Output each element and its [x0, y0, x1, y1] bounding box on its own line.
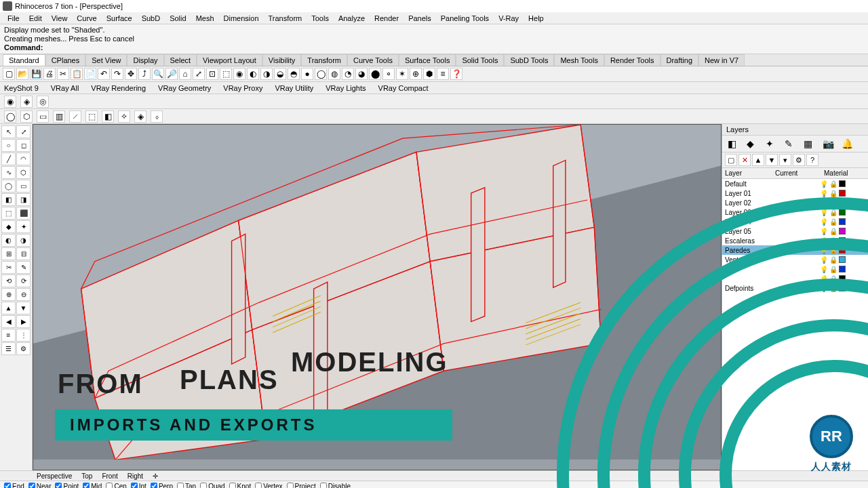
tool-25[interactable]: ⊖	[16, 288, 31, 301]
command-area[interactable]: Display mode set to "Shaded". Creating m…	[0, 24, 868, 54]
toolbar-btn-17[interactable]: ◉	[233, 68, 245, 80]
toolbar-btn-33[interactable]: ❓	[450, 68, 462, 80]
tool-24[interactable]: ⊕	[1, 288, 16, 301]
tool-1[interactable]: ⤢	[16, 125, 31, 138]
layer-row-Ventanas[interactable]: Ventanas💡🔒	[722, 255, 868, 264]
col-current[interactable]: Current	[772, 168, 821, 178]
toolbar-btn-3[interactable]: 🖨	[43, 68, 56, 80]
menu-render[interactable]: Render	[371, 14, 402, 23]
tool-22[interactable]: ⟲	[1, 274, 16, 287]
layer-row-Defpoints[interactable]: Defpoints💡🔒	[722, 283, 868, 293]
display-btn-4[interactable]: ⟋	[69, 110, 81, 123]
tab-curve-tools[interactable]: Curve Tools	[347, 54, 399, 66]
toolbar-btn-23[interactable]: ◯	[315, 68, 327, 80]
tool-15[interactable]: ✦	[16, 220, 31, 233]
osnap-disable[interactable]: Disable	[320, 483, 351, 489]
display-btn-9[interactable]: ⬨	[151, 110, 163, 123]
display-btn-6[interactable]: ◧	[102, 110, 114, 123]
toolbar-btn-1[interactable]: 📂	[16, 68, 28, 80]
osnap-cen[interactable]: Cen	[106, 483, 126, 489]
toolbar-btn-28[interactable]: ⚬	[382, 68, 395, 80]
tab-drafting[interactable]: Drafting	[660, 54, 699, 66]
tool-9[interactable]: ▭	[16, 180, 31, 192]
tab-vray-all[interactable]: VRay All	[51, 84, 79, 92]
viewport-tab-top[interactable]: Top	[81, 472, 92, 480]
osnap-point[interactable]: Point	[55, 483, 79, 489]
display-btn-0[interactable]: ◯	[4, 110, 16, 123]
tool-11[interactable]: ◨	[16, 193, 31, 206]
toolbar-btn-32[interactable]: ≡	[437, 68, 449, 80]
move-up-button[interactable]: ▲	[752, 154, 764, 166]
tab-layers-icon[interactable]: ◧	[728, 138, 738, 149]
toolbar-btn-6[interactable]: 📄	[84, 68, 96, 80]
tab-cplanes[interactable]: CPlanes	[45, 54, 86, 66]
tool-23[interactable]: ⟳	[16, 274, 31, 287]
cmd-prompt[interactable]: Command:	[4, 43, 43, 52]
tab-mesh-tools[interactable]: Mesh Tools	[554, 54, 604, 66]
tab-vray-geometry[interactable]: VRay Geometry	[158, 84, 211, 92]
tab-keyshot-9[interactable]: KeyShot 9	[4, 84, 39, 92]
layer-row-Mob[interactable]: Mob💡🔒	[722, 264, 868, 274]
osnap-tan[interactable]: Tan	[177, 483, 196, 489]
display-btn-2[interactable]: ▭	[37, 110, 49, 123]
perspective-viewport[interactable]: Perspective ⏷	[33, 124, 722, 470]
toolbar-btn-22[interactable]: ●	[301, 68, 313, 80]
tool-6[interactable]: ∿	[1, 166, 16, 179]
add-viewport-tab[interactable]: ✛	[153, 472, 158, 480]
display-btn-7[interactable]: ✧	[118, 110, 130, 123]
menu-dimension[interactable]: Dimension	[220, 14, 262, 23]
menu-solid[interactable]: Solid	[166, 14, 189, 23]
toolbar-btn-10[interactable]: ⤴	[138, 68, 151, 80]
col-material[interactable]: Material	[821, 168, 868, 178]
menu-panels[interactable]: Panels	[405, 14, 435, 23]
toolbar-btn-0[interactable]: ▢	[3, 68, 15, 80]
osnap-mid[interactable]: Mid	[83, 483, 102, 489]
toolbar-btn-8[interactable]: ↷	[111, 68, 123, 80]
layer-row-Layer 05[interactable]: Layer 05💡🔒	[722, 226, 868, 236]
osnap-int[interactable]: Int	[131, 483, 146, 489]
tool-28[interactable]: ◀	[1, 315, 16, 328]
toolbar-btn-24[interactable]: ◍	[328, 68, 340, 80]
tool-21[interactable]: ✎	[16, 261, 31, 274]
tab-display[interactable]: Display	[127, 54, 163, 66]
tool-17[interactable]: ◑	[16, 234, 31, 247]
menu-transform[interactable]: Transform	[265, 14, 306, 23]
toolbar-btn-25[interactable]: ◔	[342, 68, 354, 80]
tool-32[interactable]: ☰	[1, 342, 16, 355]
toolbar-btn-30[interactable]: ⊕	[410, 68, 422, 80]
layer-row-Layer 01[interactable]: Layer 01💡🔒	[722, 188, 868, 198]
tool-13[interactable]: ⬛	[16, 207, 31, 220]
toolbar-btn-16[interactable]: ⬚	[220, 68, 232, 80]
layer-row-Escaleras[interactable]: Escaleras💡🔒	[722, 236, 868, 245]
toolbar-btn-21[interactable]: ◓	[288, 68, 300, 80]
viewport-tab-front[interactable]: Front	[102, 472, 117, 480]
tool-10[interactable]: ◧	[1, 193, 16, 206]
toolbar-btn-13[interactable]: ⌂	[179, 68, 191, 80]
tab-render-tools[interactable]: Render Tools	[604, 54, 660, 66]
osnap-quad[interactable]: Quad	[200, 483, 224, 489]
vray-btn-1[interactable]: ◉	[4, 96, 16, 108]
tab-subd-tools[interactable]: SubD Tools	[504, 54, 554, 66]
tool-29[interactable]: ▶	[16, 315, 31, 328]
tool-5[interactable]: ◠	[16, 152, 31, 165]
delete-layer-button[interactable]: ✕	[738, 154, 751, 166]
osnap-knot[interactable]: Knot	[229, 483, 252, 489]
toolbar-btn-31[interactable]: ⬢	[423, 68, 435, 80]
menu-help[interactable]: Help	[525, 14, 547, 23]
tab-transform[interactable]: Transform	[301, 54, 347, 66]
menu-view[interactable]: View	[48, 14, 71, 23]
toolbar-btn-14[interactable]: ⤢	[193, 68, 205, 80]
display-btn-1[interactable]: ⬡	[20, 110, 33, 123]
tab-render-icon[interactable]: ✎	[785, 138, 795, 149]
toolbar-btn-19[interactable]: ◑	[260, 68, 273, 80]
filter-button[interactable]: ▾	[779, 154, 791, 166]
vray-btn-3[interactable]: ◎	[37, 96, 49, 108]
layer-row-Layer 03[interactable]: Layer 03💡🔒	[722, 207, 868, 217]
osnap-vertex[interactable]: Vertex	[255, 483, 282, 489]
tool-27[interactable]: ▼	[16, 302, 31, 314]
tab-viewport-layout[interactable]: Viewport Layout	[197, 54, 262, 66]
viewport-tab-perspective[interactable]: Perspective	[37, 472, 72, 480]
layer-row-blank[interactable]: 💡🔒	[722, 274, 868, 283]
toolbar-btn-7[interactable]: ↶	[98, 68, 110, 80]
layer-tools-button[interactable]: ⚙	[793, 154, 805, 166]
